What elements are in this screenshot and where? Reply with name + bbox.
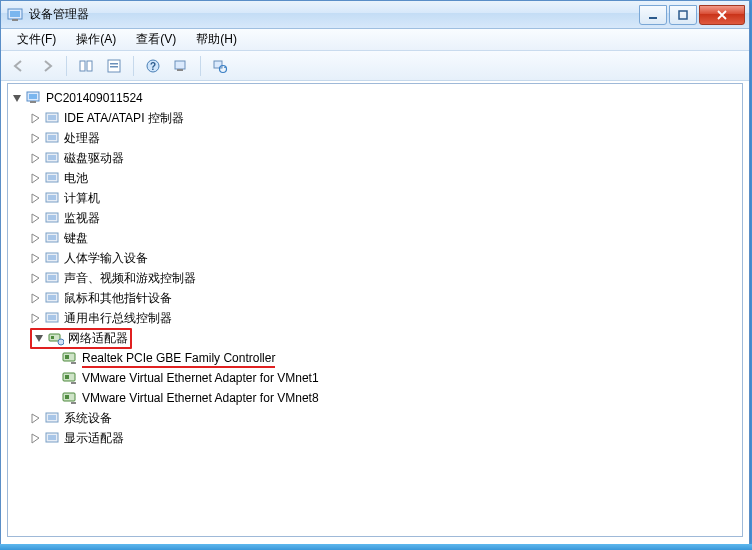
svg-rect-45 bbox=[65, 355, 69, 359]
svg-rect-48 bbox=[65, 375, 69, 379]
svg-rect-52 bbox=[71, 402, 76, 404]
tree-item[interactable]: 网络适配器Realtek PCIe GBE Family ControllerV… bbox=[30, 328, 742, 408]
category-icon bbox=[44, 290, 60, 306]
svg-rect-6 bbox=[87, 61, 92, 71]
tree-root[interactable]: PC201409011524IDE ATA/ATAPI 控制器处理器磁盘驱动器电… bbox=[12, 88, 742, 448]
menu-action[interactable]: 操作(A) bbox=[66, 29, 126, 50]
tree-leaf-label: VMware Virtual Ethernet Adapter for VMne… bbox=[82, 391, 319, 405]
scan-button[interactable] bbox=[169, 54, 193, 78]
svg-rect-1 bbox=[10, 11, 20, 17]
expander-icon[interactable] bbox=[12, 93, 23, 104]
tree-item[interactable]: 电池 bbox=[30, 168, 742, 188]
toolbar: ? bbox=[1, 51, 749, 81]
svg-rect-12 bbox=[175, 61, 185, 69]
tree-item[interactable]: 系统设备 bbox=[30, 408, 742, 428]
app-icon bbox=[7, 7, 23, 23]
device-icon bbox=[62, 350, 78, 366]
svg-text:?: ? bbox=[150, 61, 156, 72]
tree-item[interactable]: 处理器 bbox=[30, 128, 742, 148]
svg-rect-32 bbox=[48, 235, 56, 240]
tree-item-label: 电池 bbox=[64, 170, 88, 187]
tree-item-label: 鼠标和其他指针设备 bbox=[64, 290, 172, 307]
tree-item[interactable]: 键盘 bbox=[30, 228, 742, 248]
device-icon bbox=[62, 370, 78, 386]
tree-item[interactable]: IDE ATA/ATAPI 控制器 bbox=[30, 108, 742, 128]
titlebar[interactable]: 设备管理器 bbox=[1, 1, 749, 29]
svg-rect-13 bbox=[177, 69, 183, 71]
svg-point-15 bbox=[220, 65, 227, 72]
expander-icon[interactable] bbox=[30, 273, 41, 284]
expander-icon[interactable] bbox=[30, 213, 41, 224]
tree-item[interactable]: 监视器 bbox=[30, 208, 742, 228]
expander-icon[interactable] bbox=[30, 293, 41, 304]
svg-rect-28 bbox=[48, 195, 56, 200]
show-hide-console-button[interactable] bbox=[74, 54, 98, 78]
expander-icon[interactable] bbox=[30, 413, 41, 424]
computer-icon bbox=[26, 90, 42, 106]
expander-icon[interactable] bbox=[30, 173, 41, 184]
svg-rect-49 bbox=[71, 382, 76, 384]
help-button[interactable]: ? bbox=[141, 54, 165, 78]
menu-help[interactable]: 帮助(H) bbox=[186, 29, 247, 50]
tree-item[interactable]: 计算机 bbox=[30, 188, 742, 208]
tree-leaf-label: Realtek PCIe GBE Family Controller bbox=[82, 351, 275, 365]
category-icon bbox=[44, 430, 60, 446]
expander-icon[interactable] bbox=[30, 193, 41, 204]
expander-spacer bbox=[48, 353, 59, 364]
svg-rect-40 bbox=[48, 315, 56, 320]
tree-leaf[interactable]: Realtek PCIe GBE Family Controller bbox=[48, 348, 742, 368]
tree-item-label: 通用串行总线控制器 bbox=[64, 310, 172, 327]
tree-item[interactable]: 通用串行总线控制器 bbox=[30, 308, 742, 328]
tree-item[interactable]: 显示适配器 bbox=[30, 428, 742, 448]
category-icon bbox=[44, 190, 60, 206]
menu-file[interactable]: 文件(F) bbox=[7, 29, 66, 50]
svg-rect-36 bbox=[48, 275, 56, 280]
refresh-button[interactable] bbox=[208, 54, 232, 78]
maximize-button[interactable] bbox=[669, 5, 697, 25]
close-button[interactable] bbox=[699, 5, 745, 25]
svg-rect-54 bbox=[48, 415, 56, 420]
tree-item[interactable]: 声音、视频和游戏控制器 bbox=[30, 268, 742, 288]
properties-button[interactable] bbox=[102, 54, 126, 78]
svg-rect-56 bbox=[48, 435, 56, 440]
svg-rect-51 bbox=[65, 395, 69, 399]
tree-item-label: 网络适配器 bbox=[68, 330, 128, 347]
expander-icon[interactable] bbox=[30, 153, 41, 164]
category-icon bbox=[44, 210, 60, 226]
device-manager-window: 设备管理器 文件(F) 操作(A) 查看(V) 帮助(H) ? PC201409… bbox=[0, 0, 750, 546]
tree-panel[interactable]: PC201409011524IDE ATA/ATAPI 控制器处理器磁盘驱动器电… bbox=[7, 83, 743, 537]
tree-item-label: 声音、视频和游戏控制器 bbox=[64, 270, 196, 287]
separator bbox=[200, 56, 201, 76]
tree-leaf[interactable]: VMware Virtual Ethernet Adapter for VMne… bbox=[48, 368, 742, 388]
tree-item-label: 显示适配器 bbox=[64, 430, 124, 447]
svg-rect-34 bbox=[48, 255, 56, 260]
expander-icon[interactable] bbox=[30, 313, 41, 324]
tree-item-label: 键盘 bbox=[64, 230, 88, 247]
expander-icon[interactable] bbox=[30, 233, 41, 244]
svg-rect-17 bbox=[29, 94, 37, 99]
expander-icon[interactable] bbox=[30, 253, 41, 264]
tree-item[interactable]: 鼠标和其他指针设备 bbox=[30, 288, 742, 308]
menu-view[interactable]: 查看(V) bbox=[126, 29, 186, 50]
svg-point-43 bbox=[58, 339, 64, 345]
category-icon bbox=[44, 170, 60, 186]
svg-rect-9 bbox=[110, 66, 118, 68]
tree-item[interactable]: 人体学输入设备 bbox=[30, 248, 742, 268]
tree-leaf[interactable]: VMware Virtual Ethernet Adapter for VMne… bbox=[48, 388, 742, 408]
svg-rect-26 bbox=[48, 175, 56, 180]
category-icon bbox=[44, 250, 60, 266]
svg-rect-2 bbox=[12, 19, 18, 21]
svg-rect-24 bbox=[48, 155, 56, 160]
svg-rect-18 bbox=[30, 101, 36, 103]
minimize-button[interactable] bbox=[639, 5, 667, 25]
tree-item-label: 系统设备 bbox=[64, 410, 112, 427]
tree-item[interactable]: 磁盘驱动器 bbox=[30, 148, 742, 168]
expander-icon[interactable] bbox=[30, 113, 41, 124]
expander-icon[interactable] bbox=[30, 133, 41, 144]
expander-icon[interactable] bbox=[30, 433, 41, 444]
expander-spacer bbox=[48, 393, 59, 404]
category-icon bbox=[44, 410, 60, 426]
tree-leaf-label: VMware Virtual Ethernet Adapter for VMne… bbox=[82, 371, 319, 385]
expander-icon[interactable] bbox=[34, 333, 45, 344]
forward-button bbox=[35, 54, 59, 78]
